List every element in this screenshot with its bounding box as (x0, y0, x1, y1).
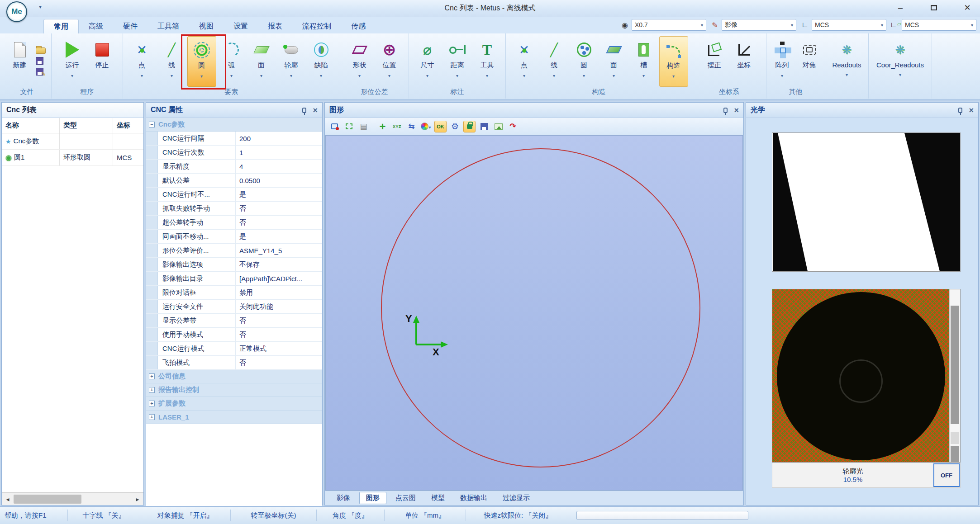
construct-button[interactable]: 构造 (659, 36, 688, 87)
close-icon[interactable]: × (734, 106, 739, 114)
image-export-button[interactable] (492, 121, 504, 132)
property-value[interactable]: 否 (236, 328, 322, 341)
snapshot-button[interactable] (357, 121, 370, 132)
readouts-button[interactable]: Readouts (826, 36, 867, 87)
construct-plane-button[interactable]: 面 (599, 36, 628, 87)
collapsed-group[interactable]: 报告输出控制 (146, 383, 322, 397)
tab-model-view[interactable]: 模型 (425, 492, 451, 504)
pin-icon[interactable] (302, 108, 306, 113)
scroll-right-icon[interactable]: ▸ (132, 496, 143, 503)
table-row[interactable]: Cnc参数 (2, 133, 143, 150)
property-value[interactable]: 200 (236, 132, 322, 145)
tab-filter-display-view[interactable]: 过滤显示 (496, 492, 536, 504)
open-folder-icon[interactable] (36, 47, 46, 54)
xyz-readout-button[interactable]: XYZ (391, 121, 403, 132)
column-header-type[interactable]: 类型 (60, 118, 113, 133)
column-header-coord[interactable]: 坐标 (113, 118, 143, 133)
property-value[interactable]: 关闭此功能 (236, 300, 322, 313)
column-header-name[interactable]: 名称 (2, 118, 60, 133)
maximize-button[interactable] (926, 2, 942, 14)
measure-point-button[interactable]: 点 (128, 36, 157, 87)
scroll-left-icon[interactable]: ◂ (2, 496, 14, 503)
property-value[interactable]: 否 (236, 356, 322, 369)
vertical-scrollbar[interactable] (949, 289, 960, 462)
property-value[interactable]: 不保存 (236, 258, 322, 271)
property-value[interactable]: 4 (236, 160, 322, 173)
coor-readouts-button[interactable]: Coor_Readouts (870, 36, 931, 87)
align-button[interactable]: 摆正 (700, 36, 729, 87)
tab-report[interactable]: 报表 (258, 19, 292, 33)
light-off-button[interactable]: OFF (933, 463, 960, 487)
tab-advanced[interactable]: 高级 (79, 19, 113, 33)
measure-arc-button[interactable]: 弧 (217, 36, 246, 87)
add-feature-button[interactable] (376, 121, 389, 132)
coordinate-button[interactable]: 坐标 (730, 36, 759, 87)
property-value[interactable]: [AppPath]\CADPict... (236, 272, 322, 285)
scrollbar-thumb[interactable] (14, 495, 81, 504)
light-intensity-value[interactable]: 10.5% (772, 475, 933, 484)
scrollbar-thumb[interactable] (951, 306, 959, 424)
property-value[interactable]: 否 (236, 314, 322, 327)
new-file-button[interactable]: 新建 (7, 36, 33, 87)
measure-plane-button[interactable]: 面 (247, 36, 276, 87)
tab-toolbox[interactable]: 工具箱 (147, 19, 189, 33)
fit-view-button[interactable] (343, 121, 355, 132)
tab-view[interactable]: 视图 (189, 19, 224, 33)
settings-button[interactable] (449, 121, 461, 132)
swap-view-button[interactable] (405, 121, 418, 132)
alignment-combo[interactable]: MCS▾ (890, 19, 976, 31)
property-value[interactable]: 0.0500 (236, 174, 322, 187)
run-button[interactable]: 运行 (58, 36, 87, 87)
tab-image-view[interactable]: 影像 (330, 492, 357, 504)
sensor-combo[interactable]: 影像▾ (710, 19, 796, 31)
tab-data-output-view[interactable]: 数据输出 (454, 492, 494, 504)
collapsed-group[interactable]: 扩展参数 (146, 397, 322, 411)
measure-circle-button[interactable]: 圆 (187, 36, 216, 87)
status-z-limit-toggle[interactable]: 快速z软限位: 『关闭』 (466, 510, 570, 521)
measure-line-button[interactable]: 线 (157, 36, 186, 87)
tab-flow-control[interactable]: 流程控制 (292, 19, 341, 33)
property-value[interactable]: 是 (236, 188, 322, 201)
status-angle-unit[interactable]: 角度 『度』 (317, 510, 385, 521)
redo-button[interactable] (507, 121, 519, 132)
gdt-position-button[interactable]: 位置 (375, 36, 404, 87)
property-group-header[interactable]: Cnc参数 (146, 118, 322, 132)
gdt-shape-button[interactable]: 形状 (345, 36, 374, 87)
dimension-size-button[interactable]: 尺寸 (413, 36, 442, 87)
collapsed-group[interactable]: 公司信息 (146, 370, 322, 383)
pin-icon[interactable] (723, 108, 728, 113)
property-value[interactable]: 否 (236, 216, 322, 229)
table-row[interactable]: 圆1 环形取圆 MCS (2, 150, 143, 166)
color-settings-button[interactable] (420, 121, 432, 132)
construct-circle-button[interactable]: 圆 (570, 36, 599, 87)
app-menu-button[interactable]: Me (6, 1, 27, 22)
horizontal-scrollbar[interactable]: ◂ ▸ (2, 492, 143, 505)
property-value[interactable]: 是 (236, 230, 322, 243)
construct-line-button[interactable]: 线 (540, 36, 569, 87)
save-as-icon[interactable] (36, 68, 43, 76)
focus-button[interactable]: 对焦 (796, 36, 823, 87)
tab-graphics-view[interactable]: 图形 (359, 492, 386, 504)
quick-access-caret-icon[interactable]: ▾ (39, 4, 42, 10)
tab-sensor[interactable]: 传感 (341, 19, 376, 33)
lock-view-button[interactable] (463, 121, 476, 132)
pin-icon[interactable] (958, 108, 962, 113)
tab-home[interactable]: 常用 (43, 19, 79, 33)
measure-contour-button[interactable]: 轮廓 (277, 36, 306, 87)
expand-icon[interactable] (149, 414, 155, 420)
status-polar-coord-toggle[interactable]: 转至极坐标(关) (231, 510, 317, 521)
view-region-button[interactable] (328, 121, 341, 132)
save-view-button[interactable] (478, 121, 490, 132)
dimension-distance-button[interactable]: 距离 (443, 36, 472, 87)
zoom-level-combo[interactable]: X0.7▾ (620, 19, 706, 31)
collapsed-group[interactable]: LASER_1 (146, 411, 322, 424)
minimize-button[interactable]: – (892, 2, 909, 14)
close-icon[interactable]: × (969, 106, 974, 114)
status-crosshair-toggle[interactable]: 十字线 『关』 (68, 510, 140, 521)
expand-icon[interactable] (149, 387, 155, 393)
expand-icon[interactable] (149, 373, 155, 379)
collapse-icon[interactable] (149, 122, 155, 127)
status-unit[interactable]: 单位 『mm』 (385, 510, 466, 521)
stop-button[interactable]: 停止 (88, 36, 117, 87)
save-icon[interactable] (36, 57, 43, 65)
